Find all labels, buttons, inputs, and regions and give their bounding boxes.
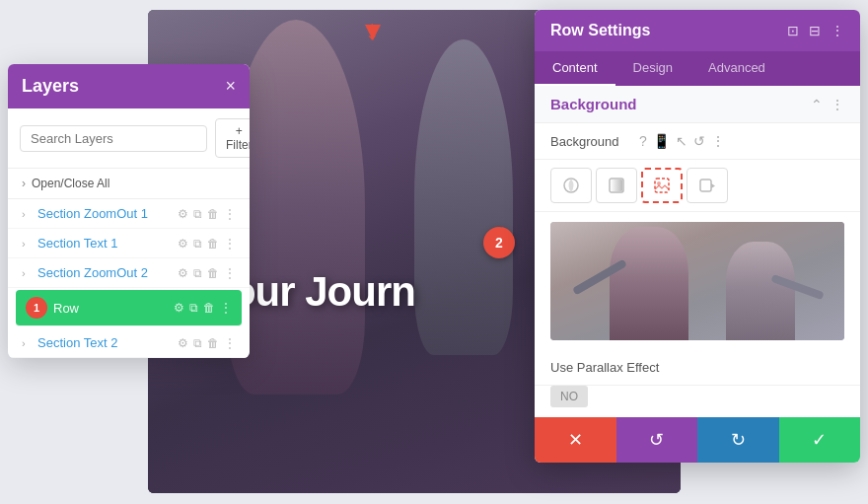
tab-content[interactable]: Content <box>535 51 615 86</box>
reset-icon[interactable]: ↺ <box>693 133 705 149</box>
badge-2: 2 <box>483 227 515 258</box>
copy-icon[interactable]: ⧉ <box>193 237 202 251</box>
undo-button[interactable]: ↺ <box>616 417 698 463</box>
layer-icons: ⚙ ⧉ 🗑 ⋮ <box>178 237 236 251</box>
layer-icons: ⚙ ⧉ 🗑 ⋮ <box>178 266 236 280</box>
responsive-icon[interactable]: ⊡ <box>787 23 799 38</box>
tab-design[interactable]: Design <box>615 51 690 86</box>
cancel-button[interactable]: ✕ <box>535 417 616 463</box>
delete-icon[interactable]: 🗑 <box>207 266 219 280</box>
background-section-title: Background <box>550 96 637 112</box>
row-settings-footer: ✕ ↺ ↻ ✓ <box>535 417 860 463</box>
row-settings-header: Row Settings ⊡ ⊟ ⋮ <box>535 10 860 51</box>
background-controls-row: Background ? 📱 ↖ ↺ ⋮ <box>535 123 860 160</box>
redo-button[interactable]: ↻ <box>697 417 779 463</box>
bg-type-image[interactable] <box>641 168 683 203</box>
more-icon[interactable]: ⋮ <box>224 336 236 350</box>
layer-item-section-zoom-out-2: › Section ZoomOut 2 ⚙ ⧉ 🗑 ⋮ <box>8 258 250 288</box>
background-label: Background <box>550 134 629 149</box>
layer-item-row[interactable]: 1 Row ⚙ ⧉ 🗑 ⋮ <box>16 290 242 326</box>
layer-name[interactable]: Section ZoomOut 2 <box>37 265 172 280</box>
layer-item-section-text-1: › Section Text 1 ⚙ ⧉ 🗑 ⋮ <box>8 229 250 258</box>
settings-icon[interactable]: ⚙ <box>178 207 188 221</box>
row-settings-panel: Row Settings ⊡ ⊟ ⋮ Content Design Advanc… <box>535 10 860 463</box>
layer-name[interactable]: Section Text 2 <box>37 335 172 350</box>
layers-search-row: + Filter <box>8 108 250 169</box>
svg-rect-5 <box>700 180 711 191</box>
help-icon[interactable]: ? <box>639 133 647 149</box>
copy-icon[interactable]: ⧉ <box>193 207 202 221</box>
layer-name[interactable]: Section Text 1 <box>37 236 172 251</box>
section-header-icons: ⌃ ⋮ <box>811 97 844 112</box>
background-preview <box>550 222 844 340</box>
settings-icon[interactable]: ⚙ <box>178 266 188 280</box>
tab-advanced[interactable]: Advanced <box>690 51 783 86</box>
background-controls: ? 📱 ↖ ↺ ⋮ <box>639 133 725 149</box>
layer-name[interactable]: Section ZoomOut 1 <box>37 206 172 221</box>
layer-arrow: › <box>22 267 32 279</box>
section-more-icon[interactable]: ⋮ <box>831 97 844 112</box>
svg-rect-3 <box>655 179 669 192</box>
background-type-buttons <box>535 160 860 212</box>
cursor-icon[interactable]: ↖ <box>676 133 687 149</box>
copy-icon[interactable]: ⧉ <box>193 336 202 350</box>
layers-filter-button[interactable]: + Filter <box>215 118 250 158</box>
delete-icon[interactable]: 🗑 <box>203 301 215 315</box>
parallax-toggle[interactable]: NO <box>550 386 588 407</box>
parallax-toggle-row: NO <box>535 386 860 417</box>
layers-close-button[interactable]: × <box>225 76 236 97</box>
layers-header: Layers × <box>8 64 250 108</box>
bg-type-video[interactable] <box>687 168 728 203</box>
layer-arrow: › <box>22 238 32 250</box>
more-icon[interactable]: ⋮ <box>224 237 236 251</box>
more-icon[interactable]: ⋮ <box>220 301 232 315</box>
badge-1: 1 <box>26 297 47 319</box>
options-icon[interactable]: ⋮ <box>711 133 725 149</box>
layer-arrow: › <box>22 337 32 349</box>
layers-search-input[interactable] <box>20 125 207 152</box>
layer-item-section-zoom-out-1: › Section ZoomOut 1 ⚙ ⧉ 🗑 ⋮ <box>8 199 250 229</box>
layer-icons: ⚙ ⧉ 🗑 ⋮ <box>178 207 236 221</box>
more-icon[interactable]: ⋮ <box>224 207 236 221</box>
delete-icon[interactable]: 🗑 <box>207 237 219 251</box>
layer-icons: ⚙ ⧉ 🗑 ⋮ <box>178 336 236 350</box>
settings-icon[interactable]: ⚙ <box>178 336 188 350</box>
layers-panel: Layers × + Filter Open/Close All › Secti… <box>8 64 250 358</box>
svg-rect-2 <box>611 180 622 191</box>
layer-arrow: › <box>22 208 32 220</box>
layer-icons-row: ⚙ ⧉ 🗑 ⋮ <box>174 301 232 315</box>
delete-icon[interactable]: 🗑 <box>207 207 219 221</box>
more-icon[interactable]: ⋮ <box>224 266 236 280</box>
delete-icon[interactable]: 🗑 <box>207 336 219 350</box>
settings-icon[interactable]: ⚙ <box>174 301 184 315</box>
layer-item-section-text-2: › Section Text 2 ⚙ ⧉ 🗑 ⋮ <box>8 328 250 358</box>
device-icon[interactable]: 📱 <box>653 133 670 149</box>
header-icons: ⊡ ⊟ ⋮ <box>787 23 844 38</box>
save-button[interactable]: ✓ <box>779 417 861 463</box>
columns-icon[interactable]: ⊟ <box>809 23 821 38</box>
row-settings-body: Background ⌃ ⋮ Background ? 📱 ↖ ↺ ⋮ <box>535 86 860 417</box>
row-settings-tabs: Content Design Advanced <box>535 51 860 86</box>
copy-icon[interactable]: ⧉ <box>189 301 198 315</box>
more-options-icon[interactable]: ⋮ <box>831 23 844 38</box>
parallax-label: Use Parallax Effect <box>550 360 659 375</box>
bg-type-color[interactable] <box>550 168 592 203</box>
layer-name-row[interactable]: Row <box>53 301 168 316</box>
settings-icon[interactable]: ⚙ <box>178 237 188 251</box>
parallax-row: Use Parallax Effect <box>535 350 860 386</box>
bg-type-gradient[interactable] <box>596 168 637 203</box>
background-section-header: Background ⌃ ⋮ <box>535 86 860 123</box>
layers-title: Layers <box>22 76 79 97</box>
row-settings-title: Row Settings <box>550 22 650 39</box>
collapse-icon[interactable]: ⌃ <box>811 97 823 112</box>
copy-icon[interactable]: ⧉ <box>193 266 202 280</box>
layers-open-close[interactable]: Open/Close All <box>8 169 250 199</box>
